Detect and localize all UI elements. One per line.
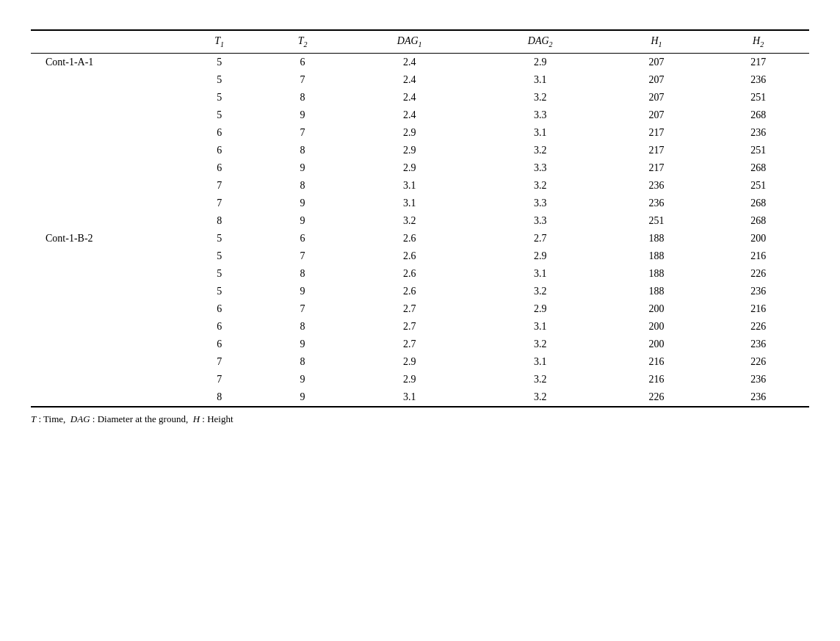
cell-value: 3.3 xyxy=(475,106,606,124)
cell-value: 236 xyxy=(707,124,809,142)
cell-value: 236 xyxy=(707,71,809,89)
cell-value: 217 xyxy=(606,142,708,159)
header-empty xyxy=(31,30,178,53)
table-row: Cont-1-B-2562.62.7188200 xyxy=(31,230,809,247)
cell-value: 2.9 xyxy=(344,124,475,142)
cell-value: 226 xyxy=(707,265,809,283)
cell-value: 6 xyxy=(178,142,261,159)
cell-value: 268 xyxy=(707,195,809,212)
row-label xyxy=(31,212,178,230)
table-row: 893.13.2226236 xyxy=(31,388,809,407)
table-row: 692.93.3217268 xyxy=(31,159,809,177)
cell-value: 9 xyxy=(261,283,344,300)
cell-value: 251 xyxy=(707,89,809,106)
cell-value: 2.9 xyxy=(344,353,475,371)
cell-value: 2.6 xyxy=(344,230,475,247)
cell-value: 8 xyxy=(261,353,344,371)
cell-value: 6 xyxy=(178,124,261,142)
row-label xyxy=(31,388,178,407)
table-row: 592.43.3207268 xyxy=(31,106,809,124)
cell-value: 268 xyxy=(707,106,809,124)
cell-value: 9 xyxy=(261,195,344,212)
table-container: T1 T2 DAG1 DAG2 H1 H2 Cont-1-A-1562.42.9… xyxy=(31,29,809,425)
cell-value: 268 xyxy=(707,159,809,177)
header-dag2: DAG2 xyxy=(475,30,606,53)
cell-value: 2.4 xyxy=(344,106,475,124)
cell-value: 3.1 xyxy=(475,318,606,336)
cell-value: 6 xyxy=(261,53,344,71)
cell-value: 3.3 xyxy=(475,212,606,230)
cell-value: 2.6 xyxy=(344,265,475,283)
cell-value: 251 xyxy=(606,212,708,230)
cell-value: 3.1 xyxy=(475,265,606,283)
cell-value: 8 xyxy=(261,89,344,106)
header-h2: H2 xyxy=(707,30,809,53)
header-t1: T1 xyxy=(178,30,261,53)
cell-value: 8 xyxy=(261,265,344,283)
cell-value: 8 xyxy=(261,318,344,336)
data-table: T1 T2 DAG1 DAG2 H1 H2 Cont-1-A-1562.42.9… xyxy=(31,29,809,408)
header-dag1: DAG1 xyxy=(344,30,475,53)
cell-value: 226 xyxy=(707,318,809,336)
row-label xyxy=(31,142,178,159)
cell-value: 9 xyxy=(261,388,344,407)
cell-value: 2.9 xyxy=(344,371,475,388)
row-label xyxy=(31,283,178,300)
cell-value: 9 xyxy=(261,371,344,388)
cell-value: 5 xyxy=(178,53,261,71)
cell-value: 2.7 xyxy=(475,230,606,247)
cell-value: 3.2 xyxy=(475,142,606,159)
cell-value: 7 xyxy=(178,371,261,388)
cell-value: 236 xyxy=(606,177,708,195)
cell-value: 6 xyxy=(178,300,261,318)
cell-value: 217 xyxy=(606,159,708,177)
cell-value: 3.2 xyxy=(344,212,475,230)
cell-value: 9 xyxy=(261,106,344,124)
cell-value: 3.3 xyxy=(475,195,606,212)
cell-value: 2.4 xyxy=(344,89,475,106)
cell-value: 8 xyxy=(178,212,261,230)
cell-value: 2.4 xyxy=(344,71,475,89)
table-row: 582.43.2207251 xyxy=(31,89,809,106)
cell-value: 216 xyxy=(707,300,809,318)
table-footnote: T : Time, DAG : Diameter at the ground, … xyxy=(31,413,809,425)
cell-value: 8 xyxy=(178,388,261,407)
cell-value: 188 xyxy=(606,230,708,247)
cell-value: 2.6 xyxy=(344,283,475,300)
table-row: 682.93.2217251 xyxy=(31,142,809,159)
cell-value: 207 xyxy=(606,106,708,124)
row-label xyxy=(31,71,178,89)
cell-value: 207 xyxy=(606,53,708,71)
cell-value: 5 xyxy=(178,89,261,106)
cell-value: 236 xyxy=(606,195,708,212)
row-label xyxy=(31,106,178,124)
cell-value: 216 xyxy=(606,353,708,371)
cell-value: 200 xyxy=(606,318,708,336)
table-row: 572.43.1207236 xyxy=(31,71,809,89)
cell-value: 188 xyxy=(606,265,708,283)
cell-value: 3.1 xyxy=(475,124,606,142)
table-row: 782.93.1216226 xyxy=(31,353,809,371)
cell-value: 3.3 xyxy=(475,159,606,177)
cell-value: 7 xyxy=(261,71,344,89)
row-label xyxy=(31,89,178,106)
table-row: 893.23.3251268 xyxy=(31,212,809,230)
row-label xyxy=(31,177,178,195)
cell-value: 268 xyxy=(707,212,809,230)
row-label xyxy=(31,336,178,353)
cell-value: 207 xyxy=(606,89,708,106)
row-label xyxy=(31,353,178,371)
cell-value: 7 xyxy=(261,247,344,265)
cell-value: 2.9 xyxy=(344,159,475,177)
cell-value: 5 xyxy=(178,106,261,124)
row-label xyxy=(31,159,178,177)
cell-value: 236 xyxy=(707,283,809,300)
cell-value: 3.1 xyxy=(344,388,475,407)
table-row: 672.72.9200216 xyxy=(31,300,809,318)
cell-value: 236 xyxy=(707,388,809,407)
table-row: 682.73.1200226 xyxy=(31,318,809,336)
table-row: 793.13.3236268 xyxy=(31,195,809,212)
cell-value: 2.7 xyxy=(344,300,475,318)
cell-value: 2.6 xyxy=(344,247,475,265)
cell-value: 2.9 xyxy=(475,300,606,318)
